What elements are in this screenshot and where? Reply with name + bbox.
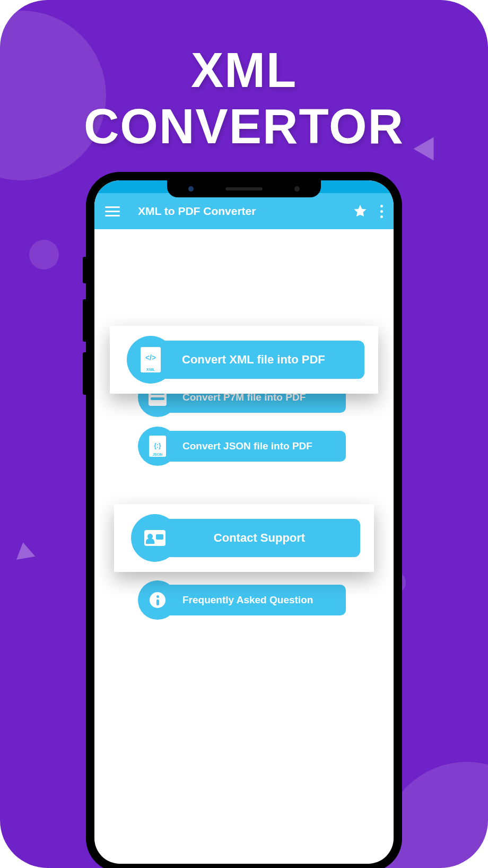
promo-title: XML CONVERTOR — [0, 42, 488, 155]
phone-side-button — [83, 257, 86, 283]
file-icon-tag: {:} — [149, 442, 166, 449]
file-icon-ext: JSON — [149, 453, 166, 456]
promo-title-line1: XML — [0, 42, 488, 99]
phone-notch — [167, 180, 321, 197]
overflow-menu-icon[interactable] — [380, 205, 383, 218]
highlight-card: Contact Support — [114, 504, 374, 572]
json-file-icon: {:} JSON — [138, 427, 177, 466]
phone-side-button — [83, 299, 86, 342]
contact-icon — [131, 514, 179, 562]
convert-xml-button[interactable]: </> XML Convert XML file into PDF — [133, 341, 364, 379]
speaker-slot — [225, 187, 263, 190]
faq-button[interactable]: Frequently Asked Question — [142, 585, 346, 615]
decoration-triangle — [14, 541, 36, 560]
phone-side-button — [83, 352, 86, 395]
sensor-dot — [294, 186, 300, 192]
contact-support-button[interactable]: Contact Support — [137, 519, 360, 557]
promo-title-line2: CONVERTOR — [0, 99, 488, 155]
menu-icon[interactable] — [105, 206, 120, 216]
highlight-card: </> XML Convert XML file into PDF — [110, 326, 378, 394]
convert-json-button[interactable]: {:} JSON Convert JSON file into PDF — [142, 431, 346, 462]
file-icon-tag: </> — [141, 353, 161, 362]
star-icon[interactable] — [353, 204, 368, 219]
app-bar: XML to PDF Converter — [94, 193, 394, 229]
file-icon-ext: XML — [141, 367, 161, 372]
decoration-circle — [29, 240, 59, 270]
promo-background: XML CONVERTOR XML to PDF Converter — [0, 0, 488, 868]
xml-file-icon: </> XML — [127, 336, 175, 384]
app-title: XML to PDF Converter — [138, 205, 353, 218]
info-icon — [138, 580, 177, 620]
camera-dot — [188, 186, 194, 192]
